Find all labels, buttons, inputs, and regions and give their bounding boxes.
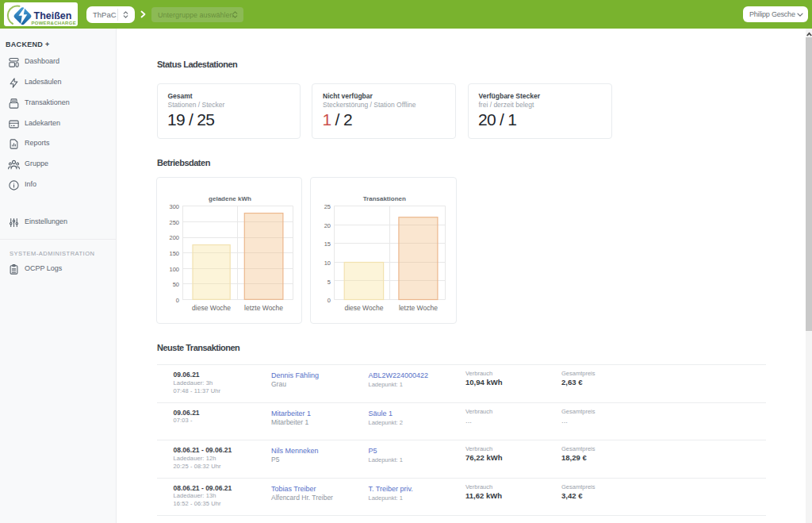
svg-text:letzte Woche: letzte Woche — [244, 304, 283, 312]
svg-text:geladene kWh: geladene kWh — [209, 195, 251, 202]
svg-text:diese Woche: diese Woche — [192, 304, 231, 312]
svg-text:letzte Woche: letzte Woche — [398, 304, 437, 312]
svg-text:25: 25 — [324, 203, 330, 210]
svg-text:Transaktionen: Transaktionen — [362, 195, 405, 202]
svg-text:150: 150 — [169, 250, 179, 257]
svg-text:300: 300 — [169, 203, 179, 210]
svg-text:diese Woche: diese Woche — [344, 304, 383, 312]
svg-text:250: 250 — [169, 219, 179, 226]
svg-text:0: 0 — [175, 297, 178, 304]
svg-text:Theißen: Theißen — [34, 10, 72, 21]
svg-text:200: 200 — [169, 234, 179, 241]
svg-text:100: 100 — [169, 266, 179, 273]
svg-text:10: 10 — [324, 260, 330, 267]
svg-text:20: 20 — [324, 222, 330, 229]
svg-text:15: 15 — [324, 240, 330, 248]
svg-text:50: 50 — [172, 281, 178, 288]
svg-text:5: 5 — [327, 279, 330, 286]
svg-text:POWER&CHARGE: POWER&CHARGE — [31, 21, 76, 25]
svg-text:0: 0 — [327, 297, 330, 304]
